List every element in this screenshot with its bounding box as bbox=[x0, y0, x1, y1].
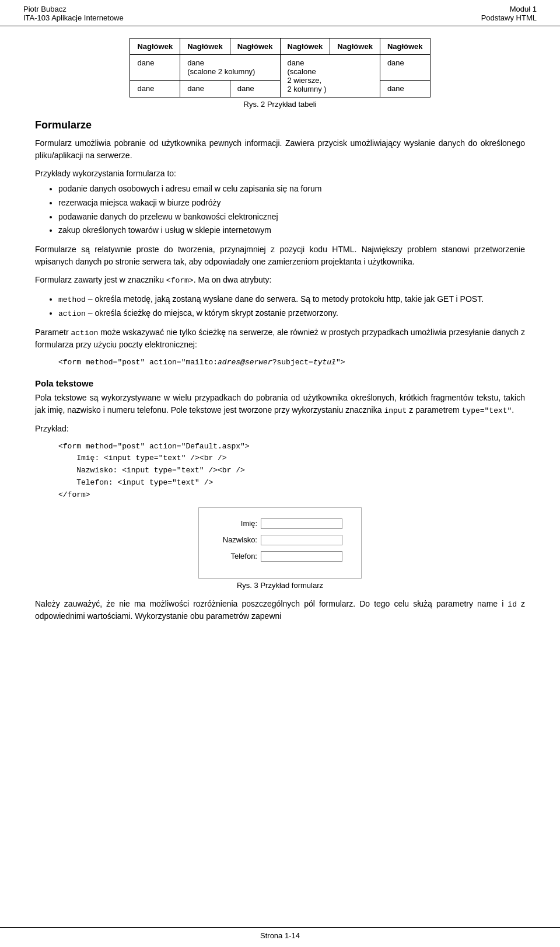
page-number: Strona 1-14 bbox=[260, 931, 300, 940]
author-name: Piotr Bubacz bbox=[23, 5, 124, 13]
form-label-telefon: Telefon: bbox=[211, 552, 257, 560]
section-heading-formularze: Formularze bbox=[35, 119, 525, 131]
form-tag-code: <form> bbox=[166, 276, 194, 285]
table-cell: dane bbox=[380, 81, 430, 98]
action-code: action bbox=[58, 309, 86, 318]
method-code: method bbox=[58, 295, 86, 304]
header-right: Moduł 1 Podstawy HTML bbox=[481, 5, 537, 22]
form-input-telefon bbox=[261, 551, 342, 562]
para-2-prefix: Przykłady wykorzystania formularza to: bbox=[35, 168, 525, 180]
para-3: Formularze są relatywnie proste do tworz… bbox=[35, 243, 525, 268]
table-cell: dane bbox=[380, 55, 430, 81]
table-header-6: Nagłówek bbox=[380, 39, 430, 55]
page-footer: Strona 1-14 bbox=[0, 927, 560, 940]
form-label-imie: Imię: bbox=[211, 519, 257, 528]
list-item-action: action – określa ścieżkę do miejsca, w k… bbox=[58, 307, 525, 321]
table-caption: Rys. 2 Przykład tabeli bbox=[35, 100, 525, 109]
form-input-nazwisko bbox=[261, 535, 342, 545]
header-left: Piotr Bubacz ITA-103 Aplikacje Interneto… bbox=[23, 5, 124, 22]
form-demo-row-nazwisko: Nazwisko: bbox=[211, 535, 349, 545]
id-code: id bbox=[508, 600, 517, 609]
list-item-method: method – określa metodę, jaką zostaną wy… bbox=[58, 293, 525, 307]
table-cell: dane bbox=[180, 81, 230, 98]
para-5: Parametr action może wskazywać nie tylko… bbox=[35, 326, 525, 351]
table-cell: dane bbox=[230, 81, 280, 98]
table-header-2: Nagłówek bbox=[180, 39, 230, 55]
code-block-2: <form method="post" action="Default.aspx… bbox=[58, 441, 525, 502]
table-row: dane dane(scalone 2 kolumny) dane(scalon… bbox=[130, 55, 430, 81]
para-1: Formularz umożliwia pobranie od użytkown… bbox=[35, 137, 525, 162]
code-block-1: <form method="post" action="mailto:adres… bbox=[58, 357, 525, 369]
table-cell: dane bbox=[130, 55, 180, 81]
table-header-5: Nagłówek bbox=[330, 39, 380, 55]
type-text-code: type="text" bbox=[462, 406, 512, 415]
form-label-nazwisko: Nazwisko: bbox=[211, 535, 257, 544]
page-header: Piotr Bubacz ITA-103 Aplikacje Interneto… bbox=[0, 0, 560, 26]
form-demo-row-telefon: Telefon: bbox=[211, 551, 349, 562]
example-table: Nagłówek Nagłówek Nagłówek Nagłówek Nagł… bbox=[130, 38, 430, 98]
list-item: rezerwacja miejsca wakacji w biurze podr… bbox=[58, 196, 525, 210]
bullet-list-2: method – określa metodę, jaką zostaną wy… bbox=[58, 293, 525, 321]
main-content: Nagłówek Nagłówek Nagłówek Nagłówek Nagł… bbox=[0, 26, 560, 663]
para-6: Pola tekstowe są wykorzystywane w wielu … bbox=[35, 392, 525, 417]
input-code: input bbox=[384, 406, 407, 415]
table-cell: dane(scalone 2 kolumny) bbox=[180, 55, 280, 81]
action-inline-code: action bbox=[71, 329, 98, 337]
table-section: Nagłówek Nagłówek Nagłówek Nagłówek Nagł… bbox=[35, 38, 525, 109]
form-demo-row-imie: Imię: bbox=[211, 518, 349, 529]
table-header-1: Nagłówek bbox=[130, 39, 180, 55]
table-header-3: Nagłówek bbox=[230, 39, 280, 55]
form-caption: Rys. 3 Przykład formularz bbox=[35, 581, 525, 590]
table-cell: dane(scalone2 wiersze,2 kolumny ) bbox=[280, 55, 380, 98]
subsection-heading-pola: Pola tekstowe bbox=[35, 378, 525, 388]
course-name: ITA-103 Aplikacje Internetowe bbox=[23, 13, 124, 22]
module-label: Moduł 1 bbox=[481, 5, 537, 13]
form-demo-image: Imię: Nazwisko: Telefon: bbox=[198, 507, 362, 579]
table-header-4: Nagłówek bbox=[280, 39, 330, 55]
list-item: podawanie danych do przelewu w bankowośc… bbox=[58, 210, 525, 224]
przyklad-label: Przykład: bbox=[35, 423, 525, 435]
table-cell: dane bbox=[130, 81, 180, 98]
module-topic: Podstawy HTML bbox=[481, 13, 537, 22]
form-input-imie bbox=[261, 518, 342, 529]
para-7: Należy zauważyć, że nie ma możliwości ro… bbox=[35, 598, 525, 623]
list-item: zakup określonych towarów i usług w skle… bbox=[58, 224, 525, 238]
list-item: podanie danych osobowych i adresu email … bbox=[58, 182, 525, 196]
bullet-list-1: podanie danych osobowych i adresu email … bbox=[58, 182, 525, 238]
para-4: Formularz zawarty jest w znaczniku <form… bbox=[35, 274, 525, 287]
